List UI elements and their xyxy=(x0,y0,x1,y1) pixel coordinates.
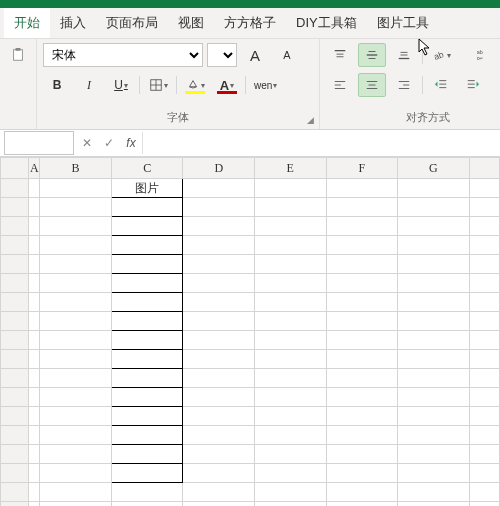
select-all-corner[interactable] xyxy=(1,158,29,179)
cell[interactable] xyxy=(326,483,398,502)
row-header[interactable] xyxy=(1,350,29,369)
cell[interactable] xyxy=(255,331,327,350)
cell[interactable] xyxy=(469,426,499,445)
cell[interactable] xyxy=(183,217,255,236)
wrap-text-button[interactable]: abc↵ xyxy=(469,43,497,67)
font-size-select[interactable]: 12 xyxy=(207,43,237,67)
tab-view[interactable]: 视图 xyxy=(168,8,214,38)
cell[interactable] xyxy=(183,407,255,426)
cell[interactable] xyxy=(469,464,499,483)
worksheet[interactable]: A B C D E F G 图片 xyxy=(0,157,500,506)
cell[interactable] xyxy=(255,236,327,255)
col-header[interactable]: A xyxy=(29,158,40,179)
row-header[interactable] xyxy=(1,179,29,198)
row-header[interactable] xyxy=(1,426,29,445)
col-header[interactable] xyxy=(469,158,499,179)
cell[interactable] xyxy=(255,369,327,388)
cell[interactable] xyxy=(326,445,398,464)
cell[interactable] xyxy=(29,198,40,217)
cell[interactable] xyxy=(326,274,398,293)
font-dialog-launcher[interactable]: ◢ xyxy=(304,114,316,126)
cell[interactable] xyxy=(29,426,40,445)
cell[interactable] xyxy=(111,445,183,464)
cell[interactable] xyxy=(398,198,470,217)
cell[interactable] xyxy=(183,445,255,464)
cell[interactable] xyxy=(29,293,40,312)
cell[interactable] xyxy=(40,464,112,483)
decrease-indent-button[interactable] xyxy=(427,73,455,97)
cell[interactable] xyxy=(183,293,255,312)
cell[interactable] xyxy=(111,236,183,255)
cell[interactable] xyxy=(326,350,398,369)
cell[interactable] xyxy=(469,331,499,350)
cancel-button[interactable]: ✕ xyxy=(76,132,98,154)
bold-button[interactable]: B xyxy=(43,73,71,97)
cell[interactable] xyxy=(40,293,112,312)
cell[interactable] xyxy=(255,388,327,407)
cell[interactable] xyxy=(111,369,183,388)
cell[interactable] xyxy=(469,483,499,502)
cell[interactable] xyxy=(29,255,40,274)
cell[interactable] xyxy=(398,502,470,507)
cell[interactable] xyxy=(183,369,255,388)
cell[interactable] xyxy=(40,445,112,464)
cell[interactable] xyxy=(326,502,398,507)
row-header[interactable] xyxy=(1,236,29,255)
row-header[interactable] xyxy=(1,388,29,407)
cell[interactable] xyxy=(40,198,112,217)
col-header[interactable]: G xyxy=(398,158,470,179)
cell[interactable] xyxy=(111,388,183,407)
cell[interactable] xyxy=(40,483,112,502)
cell[interactable] xyxy=(29,407,40,426)
cell[interactable] xyxy=(255,445,327,464)
cell[interactable] xyxy=(469,369,499,388)
cell[interactable] xyxy=(29,179,40,198)
row-header[interactable] xyxy=(1,312,29,331)
cell[interactable] xyxy=(111,350,183,369)
cell[interactable] xyxy=(40,236,112,255)
paste-button[interactable] xyxy=(4,43,32,67)
cell[interactable] xyxy=(326,369,398,388)
row-header[interactable] xyxy=(1,407,29,426)
cell[interactable] xyxy=(469,293,499,312)
cell[interactable] xyxy=(111,426,183,445)
cell[interactable] xyxy=(40,274,112,293)
cell[interactable] xyxy=(398,236,470,255)
cell[interactable] xyxy=(398,312,470,331)
cell[interactable] xyxy=(40,426,112,445)
cell[interactable] xyxy=(29,331,40,350)
grid[interactable]: A B C D E F G 图片 xyxy=(0,157,500,506)
cell[interactable] xyxy=(29,388,40,407)
cell[interactable] xyxy=(111,217,183,236)
cell[interactable] xyxy=(183,274,255,293)
cell[interactable] xyxy=(111,198,183,217)
cell[interactable] xyxy=(469,274,499,293)
cell[interactable] xyxy=(398,483,470,502)
cell[interactable] xyxy=(398,445,470,464)
align-left-button[interactable] xyxy=(326,73,354,97)
cell[interactable] xyxy=(111,255,183,274)
row-header[interactable] xyxy=(1,217,29,236)
cell[interactable] xyxy=(255,179,327,198)
col-header[interactable]: B xyxy=(40,158,112,179)
row-header[interactable] xyxy=(1,369,29,388)
row-header[interactable] xyxy=(1,502,29,507)
cell[interactable] xyxy=(469,407,499,426)
cell[interactable] xyxy=(255,350,327,369)
cell[interactable] xyxy=(326,198,398,217)
cell[interactable] xyxy=(183,179,255,198)
col-header[interactable]: C xyxy=(111,158,183,179)
cell[interactable] xyxy=(469,350,499,369)
tab-pic[interactable]: 图片工具 xyxy=(367,8,439,38)
cell[interactable] xyxy=(398,293,470,312)
cell[interactable] xyxy=(326,331,398,350)
cell[interactable] xyxy=(183,483,255,502)
cell[interactable] xyxy=(398,331,470,350)
cell[interactable] xyxy=(469,255,499,274)
cell[interactable] xyxy=(469,198,499,217)
cell[interactable] xyxy=(255,464,327,483)
cell[interactable] xyxy=(183,198,255,217)
row-header[interactable] xyxy=(1,445,29,464)
row-header[interactable] xyxy=(1,274,29,293)
cell[interactable] xyxy=(326,464,398,483)
